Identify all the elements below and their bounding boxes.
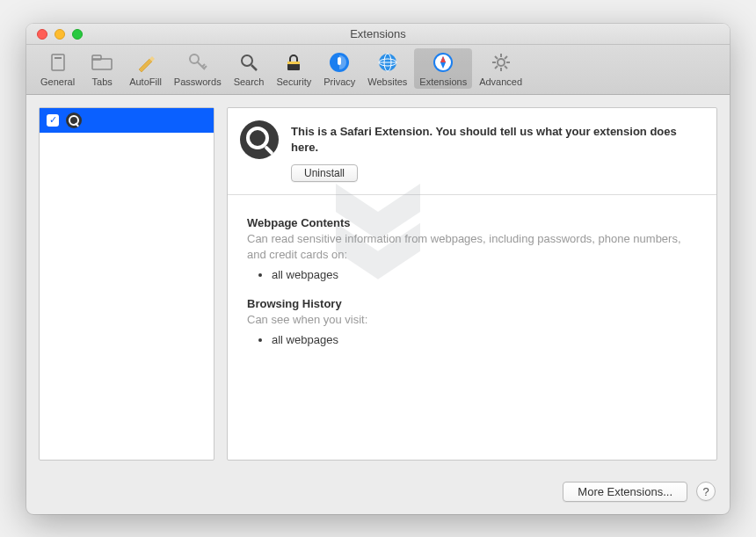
extension-row[interactable]: ✓: [40, 108, 214, 133]
svg-rect-10: [287, 62, 300, 64]
permissions-section: Webpage Contents Can read sensitive info…: [228, 195, 716, 384]
permission-desc: Can read sensitive information from webp…: [247, 231, 697, 263]
more-extensions-button[interactable]: More Extensions...: [563, 482, 687, 502]
permission-list: all webpages: [272, 333, 697, 346]
svg-line-28: [495, 66, 498, 69]
toolbar-item-privacy[interactable]: Privacy: [318, 48, 360, 89]
maximize-icon[interactable]: [72, 29, 83, 40]
compass-icon: [431, 50, 455, 75]
toolbar-item-search[interactable]: Search: [229, 48, 270, 89]
detail-header: This is a Safari Extension. You should t…: [228, 108, 716, 195]
toolbar-item-general[interactable]: General: [35, 48, 80, 89]
search-icon: [236, 50, 261, 75]
toolbar-label: Tabs: [92, 76, 113, 87]
svg-line-8: [251, 65, 257, 70]
extensions-list: ✓: [39, 107, 214, 461]
toolbar-item-security[interactable]: Security: [271, 48, 316, 89]
toolbar-label: Security: [276, 76, 311, 87]
key-icon: [185, 50, 210, 75]
svg-rect-4: [92, 59, 112, 69]
detail-header-text: This is a Safari Extension. You should t…: [291, 120, 701, 182]
toolbar-label: Extensions: [419, 76, 467, 87]
toolbar-label: Privacy: [323, 76, 355, 87]
extension-detail-panel: This is a Safari Extension. You should t…: [227, 107, 717, 461]
footer: More Extensions... ?: [26, 473, 730, 514]
extension-description: This is a Safari Extension. You should t…: [291, 124, 701, 156]
toolbar-label: Advanced: [479, 76, 522, 87]
toolbar-item-autofill[interactable]: AutoFill: [124, 48, 167, 89]
svg-line-27: [505, 66, 507, 69]
help-button[interactable]: ?: [696, 482, 716, 501]
toolbar-label: General: [40, 76, 75, 87]
permission-title: Webpage Contents: [247, 216, 697, 229]
privacy-icon: [327, 50, 352, 75]
svg-rect-5: [92, 55, 101, 60]
general-icon: [46, 50, 70, 75]
toolbar-label: AutoFill: [129, 76, 162, 87]
svg-line-26: [495, 56, 498, 59]
permission-desc: Can see when you visit:: [247, 312, 697, 328]
extension-checkbox[interactable]: ✓: [47, 114, 59, 127]
globe-icon: [375, 50, 400, 75]
content-area: ✓ This is a Safari Extension. You should…: [26, 95, 730, 473]
svg-line-29: [505, 56, 507, 59]
minimize-icon[interactable]: [55, 29, 65, 40]
gear-icon: [489, 50, 513, 75]
uninstall-button[interactable]: Uninstall: [291, 164, 358, 182]
search-extension-icon: [66, 112, 82, 128]
toolbar-item-tabs[interactable]: Tabs: [82, 48, 122, 89]
permission-list: all webpages: [272, 268, 697, 281]
svg-point-7: [242, 55, 252, 66]
traffic-lights: [37, 29, 83, 40]
autofill-icon: [133, 50, 157, 75]
svg-point-21: [498, 59, 505, 66]
toolbar-item-extensions[interactable]: Extensions: [414, 48, 472, 89]
svg-rect-12: [338, 57, 341, 65]
permission-bullet: all webpages: [272, 333, 697, 346]
toolbar-label: Search: [234, 76, 265, 87]
svg-rect-2: [52, 54, 64, 70]
toolbar-item-advanced[interactable]: Advanced: [474, 48, 527, 89]
permission-bullet: all webpages: [272, 268, 697, 281]
window-title: Extensions: [350, 27, 406, 40]
tabs-icon: [90, 50, 114, 75]
toolbar-label: Passwords: [174, 76, 222, 87]
toolbar: General Tabs AutoFill Passwords Search: [26, 45, 730, 95]
toolbar-item-websites[interactable]: Websites: [362, 48, 412, 89]
preferences-window: Extensions General Tabs AutoFill Passw: [26, 24, 730, 514]
permission-title: Browsing History: [247, 297, 697, 310]
toolbar-item-passwords[interactable]: Passwords: [169, 48, 227, 89]
close-icon[interactable]: [37, 29, 47, 40]
svg-rect-3: [55, 57, 62, 59]
lock-icon: [281, 50, 306, 75]
titlebar: Extensions: [26, 24, 730, 45]
extension-large-icon: [240, 120, 279, 159]
toolbar-label: Websites: [367, 76, 407, 87]
